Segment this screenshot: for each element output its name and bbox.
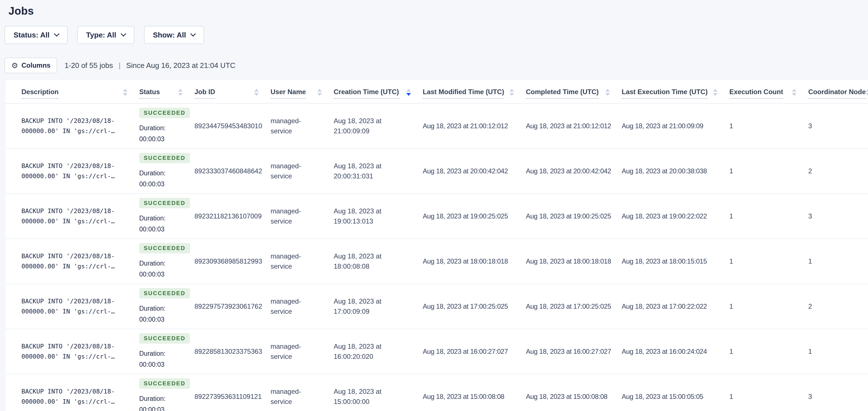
last-modified-time: Aug 18, 2023 at 16:00:27:027 bbox=[423, 348, 508, 355]
execution-count-cell: 1 bbox=[730, 374, 808, 411]
completed-time: Aug 18, 2023 at 19:00:25:025 bbox=[526, 212, 611, 220]
completed-time: Aug 18, 2023 at 17:00:25:025 bbox=[526, 302, 611, 310]
status-badge: SUCCEEDED bbox=[139, 378, 190, 389]
sort-icon bbox=[792, 89, 797, 99]
job-description-line2: 000000.00' IN 'gs://crl-… bbox=[22, 261, 133, 271]
user-name: managed-service bbox=[271, 296, 313, 317]
status-cell: SUCCEEDED Duration: 00:00:03 bbox=[139, 194, 194, 239]
creation-time-line2: 20:00:31:031 bbox=[334, 171, 417, 181]
sort-down-arrow-icon bbox=[406, 93, 411, 96]
gear-icon: ⚙ bbox=[11, 62, 18, 69]
user-name: managed-service bbox=[271, 206, 313, 226]
sort-down-arrow-icon bbox=[254, 93, 259, 96]
job-id-cell: 892309368985812993 bbox=[194, 239, 271, 284]
table-row[interactable]: BACKUP INTO '/2023/08/18- 000000.00' IN … bbox=[6, 374, 868, 411]
status-cell: SUCCEEDED Duration: 00:00:03 bbox=[139, 149, 194, 194]
column-header[interactable]: Last Modified Time (UTC) bbox=[423, 80, 526, 104]
creation-time-cell: Aug 18, 2023 at 16:00:20:020 bbox=[334, 329, 423, 374]
duration-label: Duration: bbox=[139, 213, 189, 224]
filter-dropdown[interactable]: Show: All bbox=[144, 26, 204, 44]
column-header-label: Job ID bbox=[194, 88, 215, 99]
column-header[interactable]: Status bbox=[139, 80, 194, 104]
table-row[interactable]: BACKUP INTO '/2023/08/18- 000000.00' IN … bbox=[6, 149, 868, 194]
duration-label: Duration: bbox=[139, 348, 189, 359]
last-modified-time: Aug 18, 2023 at 17:00:25:025 bbox=[423, 302, 508, 310]
creation-time-cell: Aug 18, 2023 at 20:00:31:031 bbox=[334, 149, 423, 194]
sort-down-arrow-icon bbox=[713, 93, 717, 96]
last-modified-cell: Aug 18, 2023 at 19:00:25:025 bbox=[423, 194, 526, 239]
last-execution-cell: Aug 18, 2023 at 20:00:38:038 bbox=[622, 149, 730, 194]
creation-time-line1: Aug 18, 2023 at bbox=[334, 386, 417, 397]
column-header[interactable]: Creation Time (UTC) bbox=[334, 80, 423, 104]
last-execution-cell: Aug 18, 2023 at 17:00:22:022 bbox=[622, 284, 730, 329]
completed-time-cell: Aug 18, 2023 at 19:00:25:025 bbox=[526, 194, 622, 239]
table-row[interactable]: BACKUP INTO '/2023/08/18- 000000.00' IN … bbox=[6, 329, 868, 374]
last-modified-time: Aug 18, 2023 at 15:00:08:08 bbox=[423, 393, 504, 400]
column-header[interactable]: User Name bbox=[271, 80, 334, 104]
job-description-line1: BACKUP INTO '/2023/08/18- bbox=[22, 386, 133, 397]
last-modified-cell: Aug 18, 2023 at 21:00:12:012 bbox=[423, 104, 526, 149]
coordinator-node-cell: 2 bbox=[808, 149, 868, 194]
job-id-cell: 892321182136107009 bbox=[194, 194, 271, 239]
duration-label: Duration: bbox=[139, 303, 189, 314]
column-header[interactable]: Coordinator Node bbox=[808, 80, 868, 104]
last-execution-cell: Aug 18, 2023 at 18:00:15:015 bbox=[622, 239, 730, 284]
job-description-line1: BACKUP INTO '/2023/08/18- bbox=[22, 251, 133, 261]
creation-time-line2: 19:00:13:013 bbox=[334, 216, 417, 226]
sort-down-arrow-icon bbox=[123, 93, 127, 96]
column-header-label: Completed Time (UTC) bbox=[526, 88, 598, 99]
column-header[interactable]: Execution Count bbox=[730, 80, 808, 104]
chevron-down-icon bbox=[121, 31, 126, 37]
job-description-line2: 000000.00' IN 'gs://crl-… bbox=[22, 397, 133, 407]
filter-dropdown[interactable]: Type: All bbox=[77, 26, 134, 44]
table-row[interactable]: BACKUP INTO '/2023/08/18- 000000.00' IN … bbox=[6, 104, 868, 149]
coordinator-node-cell: 3 bbox=[808, 374, 868, 411]
column-header[interactable]: Last Execution Time (UTC) bbox=[622, 80, 730, 104]
duration-value: 00:00:03 bbox=[139, 134, 189, 145]
last-modified-cell: Aug 18, 2023 at 17:00:25:025 bbox=[423, 284, 526, 329]
last-execution-time: Aug 18, 2023 at 17:00:22:022 bbox=[622, 302, 707, 310]
last-modified-time: Aug 18, 2023 at 19:00:25:025 bbox=[423, 212, 508, 220]
job-description-line1: BACKUP INTO '/2023/08/18- bbox=[22, 161, 133, 171]
coordinator-node-cell: 2 bbox=[808, 284, 868, 329]
creation-time-line1: Aug 18, 2023 at bbox=[334, 161, 417, 171]
last-execution-cell: Aug 18, 2023 at 15:00:05:05 bbox=[622, 374, 730, 411]
since-text: Since Aug 16, 2023 at 21:04 UTC bbox=[126, 61, 235, 70]
filter-dropdown[interactable]: Status: All bbox=[4, 26, 68, 44]
last-modified-time: Aug 18, 2023 at 18:00:18:018 bbox=[423, 257, 508, 265]
column-header[interactable]: Description bbox=[6, 80, 139, 104]
creation-time-line1: Aug 18, 2023 at bbox=[334, 116, 417, 126]
user-name-cell: managed-service bbox=[271, 104, 334, 149]
last-execution-cell: Aug 18, 2023 at 16:00:24:024 bbox=[622, 329, 730, 374]
duration-label: Duration: bbox=[139, 258, 189, 269]
sort-up-arrow-icon bbox=[123, 89, 127, 92]
creation-time-line1: Aug 18, 2023 at bbox=[334, 251, 417, 261]
completed-time: Aug 18, 2023 at 20:00:42:042 bbox=[526, 167, 611, 175]
sort-up-arrow-icon bbox=[178, 89, 183, 92]
column-header[interactable]: Job ID bbox=[194, 80, 271, 104]
creation-time-cell: Aug 18, 2023 at 19:00:13:013 bbox=[334, 194, 423, 239]
creation-time-cell: Aug 18, 2023 at 18:00:08:08 bbox=[334, 239, 423, 284]
last-execution-time: Aug 18, 2023 at 15:00:05:05 bbox=[622, 393, 703, 400]
completed-time: Aug 18, 2023 at 16:00:27:027 bbox=[526, 348, 611, 355]
columns-button[interactable]: ⚙ Columns bbox=[4, 58, 57, 73]
table-row[interactable]: BACKUP INTO '/2023/08/18- 000000.00' IN … bbox=[6, 194, 868, 239]
status-badge: SUCCEEDED bbox=[139, 288, 190, 298]
last-execution-time: Aug 18, 2023 at 19:00:22:022 bbox=[622, 212, 707, 220]
execution-count-cell: 1 bbox=[730, 194, 808, 239]
description-cell: BACKUP INTO '/2023/08/18- 000000.00' IN … bbox=[6, 374, 139, 411]
description-cell: BACKUP INTO '/2023/08/18- 000000.00' IN … bbox=[6, 194, 139, 239]
job-description-line1: BACKUP INTO '/2023/08/18- bbox=[22, 116, 133, 126]
job-id-cell: 892344759453483010 bbox=[194, 104, 271, 149]
column-header[interactable]: Completed Time (UTC) bbox=[526, 80, 622, 104]
column-header-label: Last Modified Time (UTC) bbox=[423, 88, 504, 99]
table-row[interactable]: BACKUP INTO '/2023/08/18- 000000.00' IN … bbox=[6, 239, 868, 284]
sort-icon bbox=[317, 89, 322, 99]
table-row[interactable]: BACKUP INTO '/2023/08/18- 000000.00' IN … bbox=[6, 284, 868, 329]
execution-count-cell: 1 bbox=[730, 239, 808, 284]
job-description-line1: BACKUP INTO '/2023/08/18- bbox=[22, 341, 133, 352]
job-id-cell: 892333037460848642 bbox=[194, 149, 271, 194]
status-cell: SUCCEEDED Duration: 00:00:03 bbox=[139, 374, 194, 411]
column-header-label: Execution Count bbox=[730, 88, 783, 99]
coordinator-node-cell: 1 bbox=[808, 329, 868, 374]
